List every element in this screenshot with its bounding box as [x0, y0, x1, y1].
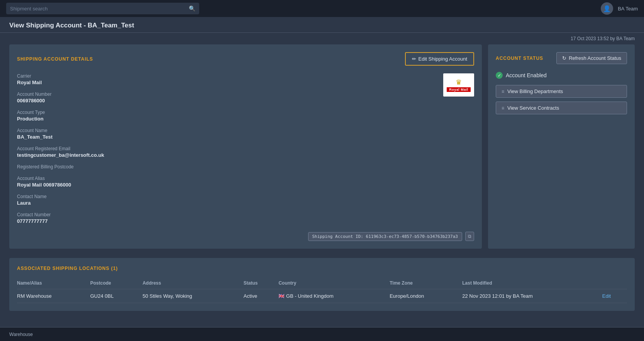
edit-shipping-account-button[interactable]: ✏ Edit Shipping Account — [405, 52, 474, 66]
view-billing-departments-button[interactable]: ≡ View Billing Departments — [496, 85, 627, 98]
table-row: RM Warehouse GU24 0BL 50 Stiles Way, Wok… — [17, 289, 627, 303]
locations-section-title: ASSOCIATED SHIPPING LOCATIONS (1) — [17, 266, 627, 271]
field-registered-email: Account Registered Email testingcustomer… — [17, 146, 474, 158]
top-section: SHIPPING ACCOUNT DETAILS ✏ Edit Shipping… — [9, 44, 635, 249]
status-badge: Active — [244, 293, 257, 299]
card-header: SHIPPING ACCOUNT DETAILS ✏ Edit Shipping… — [17, 52, 474, 66]
view-service-contracts-button[interactable]: ≡ View Service Contracts — [496, 102, 627, 114]
shipping-account-card: SHIPPING ACCOUNT DETAILS ✏ Edit Shipping… — [9, 44, 482, 249]
account-alias-value: Royal Mail 0069786000 — [17, 182, 474, 188]
royal-mail-label: Royal Mail — [447, 87, 471, 92]
table-header-row: Name/Alias Postcode Address Status Count… — [17, 277, 627, 289]
field-contact-name: Contact Name Laura — [17, 194, 474, 206]
list-icon-contracts: ≡ — [502, 105, 504, 111]
page-title: View Shipping Account - BA_Team_Test — [9, 22, 635, 29]
registered-email-value: testingcustomer_ba@intersoft.co.uk — [17, 152, 474, 158]
refresh-account-status-button[interactable]: ↻ Refresh Account Status — [556, 52, 627, 64]
left-card-inner: ♛ Royal Mail Carrier Royal Mail Account … — [17, 73, 474, 241]
contact-name-label: Contact Name — [17, 194, 474, 199]
carrier-value: Royal Mail — [17, 80, 474, 85]
field-account-number: Account Number 0069786000 — [17, 92, 474, 103]
row-name: RM Warehouse — [17, 289, 90, 303]
row-edit-action[interactable]: Edit — [602, 289, 627, 303]
edit-pencil-icon: ✏ — [412, 56, 416, 62]
account-status-header: ACCOUNT STATUS ↻ Refresh Account Status — [496, 52, 627, 64]
carrier-label: Carrier — [17, 73, 474, 79]
contact-number-value: 07777777777 — [17, 218, 474, 224]
locations-section: ASSOCIATED SHIPPING LOCATIONS (1) Name/A… — [9, 258, 635, 311]
col-last-modified: Last Modified — [462, 277, 602, 289]
search-bar[interactable]: 🔍 — [6, 3, 199, 14]
status-enabled-dot: ✓ — [496, 72, 503, 79]
check-icon: ✓ — [498, 73, 501, 78]
row-status: Active — [244, 289, 279, 303]
edit-shipping-label: Edit Shipping Account — [419, 56, 467, 62]
col-country: Country — [278, 277, 390, 289]
billing-postcode-label: Registered Billing Postcode — [17, 164, 474, 170]
row-country: 🇬🇧 GB - United Kingdom — [278, 289, 390, 303]
locations-card: ASSOCIATED SHIPPING LOCATIONS (1) Name/A… — [9, 258, 635, 311]
col-action — [602, 277, 627, 289]
copy-account-id-button[interactable]: ⧉ — [465, 232, 474, 241]
col-status: Status — [244, 277, 279, 289]
avatar-icon: 👤 — [603, 5, 611, 12]
refresh-icon: ↻ — [562, 55, 566, 61]
field-account-alias: Account Alias Royal Mail 0069786000 — [17, 176, 474, 188]
crown-icon: ♛ — [456, 78, 462, 87]
user-name-label: BA Team — [618, 6, 638, 12]
contact-number-label: Contact Number — [17, 212, 474, 217]
account-status-enabled: ✓ Account Enabled — [496, 72, 627, 79]
row-last-modified: 22 Nov 2023 12:01 by BA Team — [462, 289, 602, 303]
locations-table: Name/Alias Postcode Address Status Count… — [17, 277, 627, 303]
col-name: Name/Alias — [17, 277, 90, 289]
shipping-account-title: SHIPPING ACCOUNT DETAILS — [17, 56, 93, 62]
refresh-button-label: Refresh Account Status — [569, 55, 621, 61]
col-address: Address — [142, 277, 244, 289]
meta-row: 17 Oct 2023 13:52 by BA Team — [0, 33, 644, 44]
copy-icon: ⧉ — [468, 234, 471, 239]
top-navigation: 🔍 👤 BA Team — [0, 0, 644, 17]
account-id-badge: Shipping Account ID: 611963c3-ec73-4857-… — [17, 232, 474, 241]
account-status-title: ACCOUNT STATUS — [496, 56, 543, 61]
account-number-value: 0069786000 — [17, 98, 474, 103]
account-alias-label: Account Alias — [17, 176, 474, 181]
field-carrier: Carrier Royal Mail — [17, 73, 474, 85]
account-name-value: BA_Team_Test — [17, 134, 474, 140]
account-type-label: Account Type — [17, 110, 474, 115]
row-edit-link[interactable]: Edit — [602, 293, 611, 299]
account-type-value: Production — [17, 116, 474, 122]
bottom-navigation: Warehouse — [0, 327, 644, 341]
search-icon-button[interactable]: 🔍 — [189, 5, 195, 12]
field-account-name: Account Name BA_Team_Test — [17, 128, 474, 140]
search-input[interactable] — [10, 6, 189, 12]
bottom-nav-warehouse[interactable]: Warehouse — [9, 332, 33, 337]
main-content: SHIPPING ACCOUNT DETAILS ✏ Edit Shipping… — [0, 44, 644, 311]
row-address: 50 Stiles Way, Woking — [142, 289, 244, 303]
account-name-label: Account Name — [17, 128, 474, 133]
col-timezone: Time Zone — [390, 277, 462, 289]
list-icon-billing: ≡ — [502, 89, 504, 94]
view-contracts-label: View Service Contracts — [507, 105, 559, 111]
page-title-bar: View Shipping Account - BA_Team_Test — [0, 17, 644, 33]
view-billing-label: View Billing Departments — [507, 88, 563, 94]
carrier-logo: ♛ Royal Mail — [443, 73, 474, 97]
last-modified-meta: 17 Oct 2023 13:52 by BA Team — [571, 36, 635, 41]
account-enabled-label: Account Enabled — [506, 72, 547, 78]
search-icon: 🔍 — [189, 5, 195, 12]
registered-email-label: Account Registered Email — [17, 146, 474, 151]
contact-name-value: Laura — [17, 200, 474, 206]
col-postcode: Postcode — [90, 277, 142, 289]
field-account-type: Account Type Production — [17, 110, 474, 122]
user-avatar[interactable]: 👤 — [601, 2, 613, 15]
field-contact-number: Contact Number 07777777777 — [17, 212, 474, 224]
account-number-label: Account Number — [17, 92, 474, 97]
row-postcode: GU24 0BL — [90, 289, 142, 303]
account-id-text: Shipping Account ID: 611963c3-ec73-4857-… — [308, 232, 463, 241]
field-billing-postcode: Registered Billing Postcode — [17, 164, 474, 170]
account-status-card: ACCOUNT STATUS ↻ Refresh Account Status … — [488, 44, 635, 249]
row-timezone: Europe/London — [390, 289, 462, 303]
